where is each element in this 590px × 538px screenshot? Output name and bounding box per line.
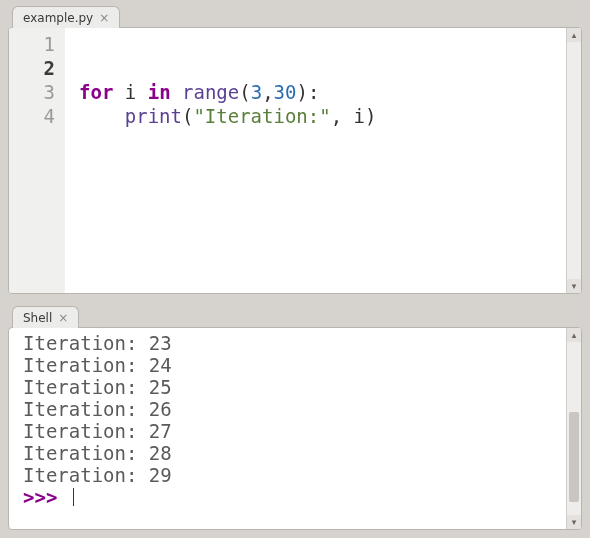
tab-label: example.py [23, 11, 93, 25]
tab-example-py[interactable]: example.py × [12, 6, 120, 28]
comma: , [331, 105, 342, 127]
identifier: i [354, 105, 365, 127]
shell-scrollbar[interactable]: ▴ ▾ [566, 328, 581, 529]
editor-scrollbar[interactable]: ▴ ▾ [566, 28, 581, 293]
shell-line: Iteration: 29 [23, 464, 562, 486]
shell-pane: Shell × Iteration: 23Iteration: 24Iterat… [8, 304, 582, 530]
scroll-thumb[interactable] [569, 412, 579, 502]
line-number: 2 [9, 56, 55, 80]
paren: ( [239, 81, 250, 103]
code-line [79, 32, 562, 56]
scroll-up-icon[interactable]: ▴ [567, 28, 581, 42]
line-number: 4 [9, 104, 55, 128]
editor-pane: example.py × 1 2 3 4 for i in range(3,30… [8, 4, 582, 294]
code-editor[interactable]: for i in range(3,30): print("Iteration:"… [65, 28, 566, 293]
shell-line: Iteration: 25 [23, 376, 562, 398]
shell-line: Iteration: 27 [23, 420, 562, 442]
paren: ): [296, 81, 319, 103]
identifier: i [125, 81, 136, 103]
prompt: >>> [23, 486, 69, 508]
line-number-gutter: 1 2 3 4 [9, 28, 65, 293]
comma: , [262, 81, 273, 103]
scroll-up-icon[interactable]: ▴ [567, 328, 581, 342]
close-icon[interactable]: × [58, 312, 68, 324]
editor-tabs: example.py × [8, 4, 582, 28]
keyword-for: for [79, 81, 113, 103]
number: 3 [251, 81, 262, 103]
shell-output[interactable]: Iteration: 23Iteration: 24Iteration: 25I… [9, 328, 566, 529]
editor-panel: 1 2 3 4 for i in range(3,30): print("Ite… [8, 27, 582, 294]
code-line: print("Iteration:", i) [79, 104, 562, 128]
shell-prompt-line: >>> [23, 486, 562, 508]
paren: ( [182, 105, 193, 127]
scroll-down-icon[interactable]: ▾ [567, 515, 581, 529]
tab-shell[interactable]: Shell × [12, 306, 79, 328]
tab-label: Shell [23, 311, 52, 325]
shell-line: Iteration: 23 [23, 332, 562, 354]
shell-line: Iteration: 26 [23, 398, 562, 420]
close-icon[interactable]: × [99, 12, 109, 24]
builtin-range: range [182, 81, 239, 103]
number: 30 [274, 81, 297, 103]
paren: ) [365, 105, 376, 127]
shell-panel: Iteration: 23Iteration: 24Iteration: 25I… [8, 327, 582, 530]
code-line: for i in range(3,30): [79, 80, 562, 104]
shell-line: Iteration: 24 [23, 354, 562, 376]
shell-line: Iteration: 28 [23, 442, 562, 464]
builtin-print: print [125, 105, 182, 127]
code-line [79, 56, 562, 80]
line-number: 3 [9, 80, 55, 104]
cursor-icon [73, 488, 74, 506]
keyword-in: in [148, 81, 171, 103]
shell-tabs: Shell × [8, 304, 582, 328]
string-literal: "Iteration:" [193, 105, 330, 127]
scroll-down-icon[interactable]: ▾ [567, 279, 581, 293]
line-number: 1 [9, 32, 55, 56]
